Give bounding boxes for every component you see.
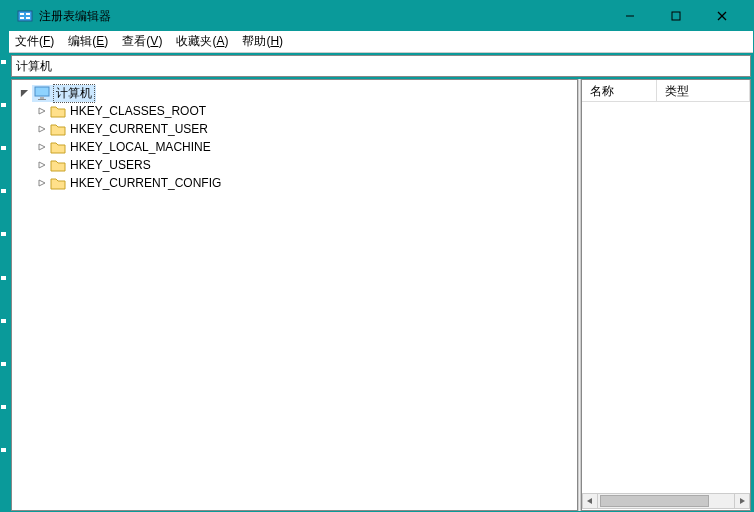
svg-marker-15 (39, 144, 45, 150)
left-edge-decoration (0, 0, 8, 512)
address-bar[interactable]: 计算机 (11, 55, 751, 77)
close-button[interactable] (699, 1, 745, 31)
tree-root-computer[interactable]: 计算机 (18, 84, 571, 102)
list-body[interactable] (582, 102, 750, 492)
tree-item-hkcr[interactable]: HKEY_CLASSES_ROOT (18, 102, 571, 120)
tree-item-label: HKEY_LOCAL_MACHINE (70, 140, 211, 154)
chevron-right-icon[interactable] (36, 123, 48, 135)
tree-item-hku[interactable]: HKEY_USERS (18, 156, 571, 174)
svg-marker-14 (39, 126, 45, 132)
menu-help[interactable]: 帮助(H) (242, 33, 283, 50)
scroll-thumb[interactable] (600, 495, 709, 507)
svg-rect-10 (35, 87, 49, 96)
scroll-left-icon[interactable] (582, 493, 598, 509)
horiz-scrollbar[interactable] (582, 492, 750, 510)
menu-edit[interactable]: 编辑(E) (68, 33, 108, 50)
monitor-icon (34, 86, 50, 100)
tree-item-label: HKEY_USERS (70, 158, 151, 172)
folder-icon (50, 104, 66, 118)
scroll-right-icon[interactable] (734, 493, 750, 509)
svg-marker-18 (587, 498, 592, 504)
registry-editor-window: 注册表编辑器 文件(F) 编辑(E) 查看(V) 收藏夹(A) 帮助(H) 计算… (8, 0, 754, 512)
folder-icon (50, 176, 66, 190)
titlebar[interactable]: 注册表编辑器 (9, 1, 753, 31)
app-icon (17, 8, 33, 24)
svg-marker-19 (740, 498, 745, 504)
tree-item-label: HKEY_CURRENT_USER (70, 122, 208, 136)
tree-item-label: HKEY_CURRENT_CONFIG (70, 176, 221, 190)
menu-view[interactable]: 查看(V) (122, 33, 162, 50)
folder-icon (50, 158, 66, 172)
svg-rect-2 (26, 13, 30, 15)
chevron-right-icon[interactable] (36, 159, 48, 171)
tree-item-hkcc[interactable]: HKEY_CURRENT_CONFIG (18, 174, 571, 192)
tree-item-hkcu[interactable]: HKEY_CURRENT_USER (18, 120, 571, 138)
list-header: 名称 类型 (582, 80, 750, 102)
tree-item-hklm[interactable]: HKEY_LOCAL_MACHINE (18, 138, 571, 156)
menu-favorites[interactable]: 收藏夹(A) (176, 33, 228, 50)
svg-rect-11 (40, 97, 44, 99)
svg-rect-12 (38, 99, 46, 100)
col-header-name[interactable]: 名称 (582, 80, 657, 101)
svg-rect-3 (20, 17, 24, 19)
content-area: 计算机 HKEY_CLASSES_ROOT HKEY_CURRENT_USER (11, 79, 751, 511)
svg-rect-0 (18, 11, 32, 21)
folder-icon (50, 122, 66, 136)
window-title: 注册表编辑器 (39, 8, 111, 25)
col-header-type[interactable]: 类型 (657, 80, 750, 101)
chevron-right-icon[interactable] (36, 177, 48, 189)
scroll-track[interactable] (598, 493, 734, 509)
menubar: 文件(F) 编辑(E) 查看(V) 收藏夹(A) 帮助(H) (9, 31, 753, 53)
maximize-button[interactable] (653, 1, 699, 31)
chevron-right-icon[interactable] (36, 141, 48, 153)
tree-item-label: HKEY_CLASSES_ROOT (70, 104, 206, 118)
svg-marker-13 (39, 108, 45, 114)
chevron-down-icon[interactable] (18, 87, 30, 99)
minimize-button[interactable] (607, 1, 653, 31)
svg-rect-1 (20, 13, 24, 15)
svg-marker-16 (39, 162, 45, 168)
svg-rect-6 (672, 12, 680, 20)
values-pane[interactable]: 名称 类型 (581, 79, 751, 511)
svg-marker-9 (20, 89, 27, 96)
svg-marker-17 (39, 180, 45, 186)
folder-icon (50, 140, 66, 154)
chevron-right-icon[interactable] (36, 105, 48, 117)
svg-rect-4 (26, 17, 30, 19)
address-path: 计算机 (16, 58, 52, 75)
menu-file[interactable]: 文件(F) (15, 33, 54, 50)
tree-root-label: 计算机 (54, 85, 94, 102)
tree-pane[interactable]: 计算机 HKEY_CLASSES_ROOT HKEY_CURRENT_USER (11, 79, 578, 511)
